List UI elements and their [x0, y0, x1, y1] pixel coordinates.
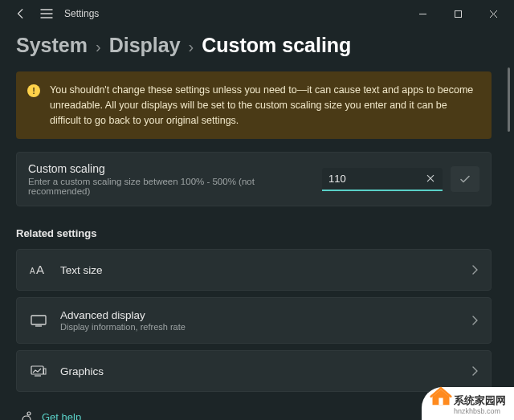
scrollbar-thumb[interactable] — [508, 67, 510, 132]
watermark-url: hnzkhbsb.com — [454, 408, 506, 415]
chevron-right-icon: › — [96, 38, 101, 56]
confirm-button[interactable] — [451, 166, 479, 192]
window-title: Settings — [64, 8, 99, 19]
svg-text:A: A — [36, 263, 44, 276]
svg-rect-5 — [44, 369, 47, 374]
setting-row-title: Advanced display — [60, 309, 459, 321]
minimize-button[interactable] — [405, 2, 440, 26]
setting-row-title: Text size — [60, 264, 459, 276]
custom-scaling-row: Custom scaling Enter a custom scaling si… — [16, 152, 492, 206]
chevron-right-icon — [471, 316, 478, 325]
watermark-title: 系统家园网 — [454, 394, 506, 406]
svg-rect-3 — [31, 316, 46, 324]
clear-input-button[interactable] — [423, 171, 438, 186]
setting-row-advanced-display[interactable]: Advanced display Display information, re… — [16, 297, 492, 344]
display-icon — [30, 312, 47, 329]
warning-banner: ! You shouldn't change these settings un… — [16, 71, 492, 139]
watermark-logo-icon — [430, 384, 452, 406]
related-settings-heading: Related settings — [16, 227, 492, 239]
menu-button[interactable] — [37, 4, 56, 23]
breadcrumb: System › Display › Custom scaling — [16, 34, 492, 57]
breadcrumb-custom-scaling: Custom scaling — [202, 34, 351, 57]
titlebar: Settings — [0, 0, 514, 27]
svg-text:A: A — [30, 267, 35, 275]
chevron-right-icon — [471, 265, 478, 275]
close-button[interactable] — [475, 2, 511, 26]
warning-icon: ! — [27, 84, 40, 97]
get-help-label: Get help — [42, 411, 81, 420]
chevron-right-icon — [471, 366, 478, 376]
back-button[interactable] — [11, 4, 31, 23]
help-icon — [19, 410, 34, 420]
warning-text: You shouldn't change these settings unle… — [50, 83, 479, 128]
scrollbar[interactable] — [506, 27, 514, 420]
setting-row-graphics[interactable]: Graphics — [16, 350, 492, 392]
svg-rect-4 — [31, 366, 43, 374]
setting-row-text-size[interactable]: A A Text size — [16, 249, 492, 291]
get-help-link[interactable]: Get help — [16, 410, 492, 420]
breadcrumb-display[interactable]: Display — [109, 34, 181, 57]
svg-rect-0 — [455, 10, 461, 17]
setting-row-subtitle: Display information, refresh rate — [60, 322, 459, 332]
custom-scaling-input-wrap — [322, 168, 443, 191]
watermark: 系统家园网 hnzkhbsb.com — [422, 387, 514, 420]
svg-rect-8 — [439, 398, 443, 406]
breadcrumb-system[interactable]: System — [16, 34, 88, 57]
custom-scaling-subtitle: Enter a custom scaling size between 100%… — [28, 177, 314, 196]
chevron-right-icon: › — [189, 38, 194, 56]
svg-point-6 — [27, 412, 31, 415]
maximize-button[interactable] — [440, 2, 475, 26]
graphics-icon — [30, 362, 47, 380]
setting-row-title: Graphics — [60, 365, 459, 377]
text-size-icon: A A — [30, 261, 47, 279]
custom-scaling-title: Custom scaling — [28, 162, 314, 175]
